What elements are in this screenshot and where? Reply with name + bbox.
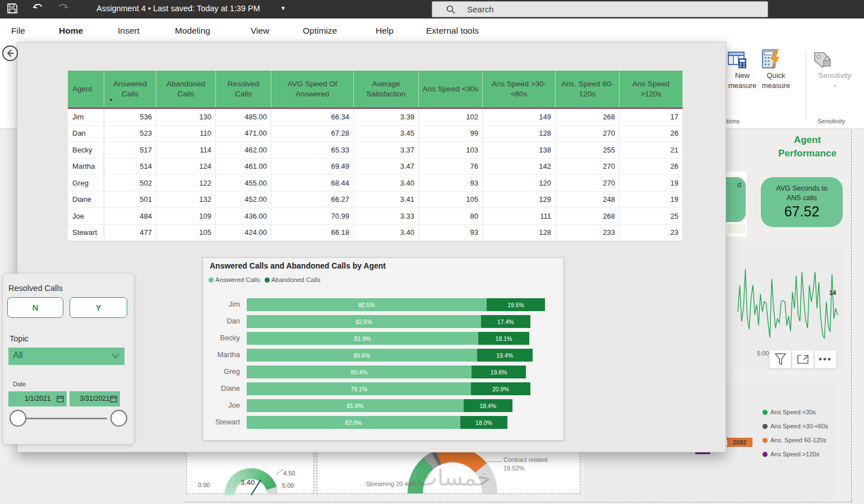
agent-cell[interactable]: Becky	[68, 142, 104, 159]
value-cell[interactable]: 462.00	[216, 142, 271, 159]
menu-item-help[interactable]: Help	[376, 26, 394, 36]
stacked-bar[interactable]: 80.6%19.4%	[247, 349, 533, 362]
value-cell[interactable]: 80	[419, 208, 483, 225]
resolved-calls-option-n[interactable]: N	[7, 297, 63, 318]
menu-item-optimize[interactable]: Optimize	[303, 26, 337, 36]
answered-segment[interactable]: 81.6%	[247, 399, 464, 412]
bar-category-label[interactable]: Diane	[203, 384, 240, 392]
agent-cell[interactable]: Jim	[68, 109, 104, 126]
agent-cell[interactable]: Joe	[68, 208, 104, 225]
legend-item-abandoned[interactable]: Abandoned Calls	[265, 276, 321, 283]
undo-icon[interactable]	[31, 1, 45, 15]
value-cell[interactable]: 109	[156, 208, 216, 225]
answered-segment[interactable]: 80.6%	[247, 349, 477, 362]
value-cell[interactable]: 23	[620, 225, 683, 242]
abandoned-segment[interactable]: 18.0%	[460, 416, 507, 429]
value-cell[interactable]: 19	[620, 175, 683, 192]
value-cell[interactable]: 66.34	[271, 109, 354, 126]
date-slider-handle-end[interactable]	[110, 410, 127, 427]
quick-measure-button[interactable]: Quick measure	[759, 48, 793, 91]
abandoned-segment[interactable]: 18.1%	[478, 332, 529, 345]
document-title[interactable]: Assignment 4 • Last saved: Today at 1:39…	[96, 4, 260, 13]
value-cell[interactable]: 129	[483, 192, 556, 209]
column-header-1[interactable]: Answered Calls▼	[104, 71, 156, 108]
new-measure-button[interactable]: New measure	[726, 48, 759, 91]
value-cell[interactable]: 3.37	[354, 142, 419, 159]
legend-item[interactable]: Ans Speed >120s	[763, 451, 828, 457]
abandoned-segment[interactable]: 19.4%	[477, 349, 533, 362]
table-row[interactable]: Dan523110471.0067.283.459912827026	[68, 126, 683, 142]
stacked-bar[interactable]: 80.5%19.5%	[247, 298, 545, 311]
value-cell[interactable]: 19	[620, 192, 683, 209]
value-cell[interactable]: 130	[156, 109, 216, 126]
stacked-bar[interactable]: 82.6%17.4%	[247, 315, 530, 328]
value-cell[interactable]: 3.33	[354, 208, 419, 225]
column-header-0[interactable]: Agent	[68, 71, 104, 108]
value-cell[interactable]: 26	[620, 126, 683, 142]
value-cell[interactable]: 485.00	[216, 109, 271, 126]
column-header-2[interactable]: Abandoned Calls	[156, 71, 216, 108]
answered-segment[interactable]: 80.5%	[247, 298, 487, 311]
column-header-8[interactable]: Ans. Speed 60-120s	[556, 71, 620, 108]
value-cell[interactable]: 3.40	[354, 175, 419, 192]
value-cell[interactable]: 25	[620, 208, 683, 225]
value-cell[interactable]: 517	[104, 142, 156, 159]
value-cell[interactable]: 128	[483, 126, 556, 142]
bar-category-label[interactable]: Joe	[203, 401, 240, 409]
menu-item-modeling[interactable]: Modeling	[175, 26, 210, 36]
date-slider-handle-start[interactable]	[10, 410, 26, 427]
value-cell[interactable]: 268	[556, 208, 620, 225]
column-header-7[interactable]: Ans Speed >30-<60s	[483, 71, 556, 108]
agent-cell[interactable]: Diane	[68, 192, 104, 209]
value-cell[interactable]: 3.45	[354, 126, 419, 142]
answered-segment[interactable]: 81.9%	[247, 332, 478, 345]
value-cell[interactable]: 76	[419, 159, 483, 175]
value-cell[interactable]: 502	[104, 175, 156, 192]
value-cell[interactable]: 99	[419, 126, 483, 142]
value-cell[interactable]: 477	[104, 225, 156, 242]
answered-segment[interactable]: 79.1%	[247, 382, 471, 395]
value-cell[interactable]: 103	[419, 142, 483, 159]
menu-item-insert[interactable]: Insert	[118, 26, 140, 36]
value-cell[interactable]: 255	[556, 142, 620, 159]
table-row[interactable]: Jim536130485.0066.343.3910214926817	[68, 109, 683, 126]
stacked-bar-card[interactable]: Answered Calls and Abandoned Calls by Ag…	[202, 257, 564, 441]
value-cell[interactable]: 3.41	[354, 192, 419, 209]
stacked-bar[interactable]: 82.0%18.0%	[247, 416, 507, 429]
date-slider-track[interactable]	[19, 418, 107, 419]
menu-item-home[interactable]: Home	[59, 26, 83, 36]
table-row[interactable]: Greg502122455.0068.443.409312027019	[68, 175, 683, 192]
value-cell[interactable]: 233	[556, 225, 620, 242]
value-cell[interactable]: 68.44	[271, 175, 354, 192]
title-dropdown-caret[interactable]: ▼	[280, 5, 286, 11]
value-cell[interactable]: 132	[156, 192, 216, 209]
bar-category-label[interactable]: Greg	[203, 367, 240, 376]
value-cell[interactable]: 142	[483, 159, 556, 175]
data-label-callout-orange[interactable]: 2082	[727, 438, 752, 447]
column-header-4[interactable]: AVG Speed Of Answered	[271, 71, 354, 108]
table-row[interactable]: Diane501132452.0066.273.4110512924819	[68, 192, 683, 209]
value-cell[interactable]: 3.39	[354, 109, 419, 126]
value-cell[interactable]: 105	[419, 192, 483, 209]
value-cell[interactable]: 523	[104, 126, 156, 142]
agent-cell[interactable]: Greg	[68, 175, 104, 192]
value-cell[interactable]: 124	[156, 159, 216, 175]
value-cell[interactable]: 424.00	[216, 225, 271, 242]
value-cell[interactable]: 484	[104, 208, 156, 225]
date-start-input[interactable]: 1/1/2021	[8, 391, 67, 406]
bar-category-label[interactable]: Stewart	[203, 418, 240, 426]
value-cell[interactable]: 270	[556, 175, 620, 192]
menu-item-view[interactable]: View	[251, 26, 269, 36]
value-cell[interactable]: 149	[483, 109, 556, 126]
date-end-input[interactable]: 3/31/2021	[70, 391, 120, 406]
value-cell[interactable]: 471.00	[216, 126, 271, 142]
value-cell[interactable]: 26	[620, 159, 683, 175]
value-cell[interactable]: 128	[483, 225, 556, 242]
menu-item-external-tools[interactable]: External tools	[426, 26, 479, 36]
value-cell[interactable]: 452.00	[216, 192, 271, 209]
legend-item-answered[interactable]: Answered Calls	[209, 276, 260, 283]
column-header-9[interactable]: Ans Speed >120s	[620, 71, 683, 108]
save-icon[interactable]	[7, 3, 18, 14]
value-cell[interactable]: 110	[156, 126, 216, 142]
agent-cell[interactable]: Dan	[68, 126, 104, 142]
